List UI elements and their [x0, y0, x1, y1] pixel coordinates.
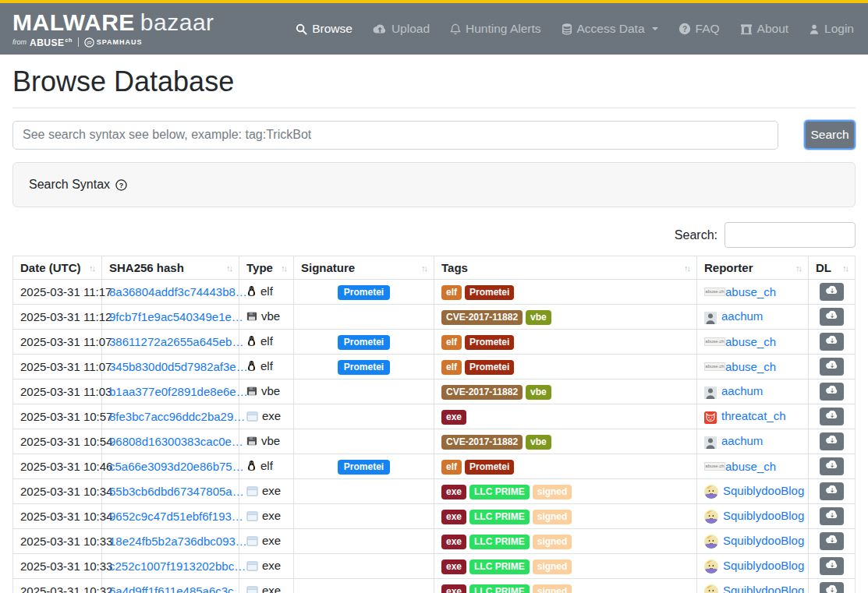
sha256-hash-link[interactable]: b1aa377e0f2891de8e6e… [109, 385, 248, 398]
tag-badge-exe[interactable]: exe [441, 535, 466, 549]
sha256-hash-link[interactable]: 9652c9c47d51ebf6f193… [109, 510, 243, 523]
search-input[interactable] [12, 121, 778, 150]
sort-arrows-icon[interactable]: ↑↓ [792, 263, 801, 273]
column-header-date-utc-[interactable]: Date (UTC)↑↓ [13, 256, 102, 280]
nav-item-about[interactable]: About [740, 22, 789, 36]
tag-badge-llc-prime[interactable]: LLC PRIME [469, 535, 530, 549]
sha256-hash-link[interactable]: 38611272a2655a645eb… [109, 335, 243, 348]
nav-item-hunting-alerts[interactable]: Hunting Alerts [450, 22, 541, 36]
sha256-hash-link[interactable]: 65b3cb6dbd67347805a… [109, 485, 244, 498]
brand-logo[interactable]: MALWAREbazaar from ABUSEch SPAMHAUS [12, 11, 214, 48]
squiblydoo-avatar [704, 559, 718, 574]
column-header-dl[interactable]: DL↑↓ [809, 256, 856, 280]
tag-badge-signed[interactable]: signed [533, 510, 572, 524]
reporter-link[interactable]: threatcat_ch [721, 409, 786, 422]
sort-arrows-icon[interactable]: ↑↓ [839, 263, 848, 273]
download-button[interactable] [820, 408, 844, 425]
tag-badge-llc-prime[interactable]: LLC PRIME [469, 559, 530, 574]
tag-badge-signed[interactable]: signed [533, 535, 572, 549]
signature-badge[interactable]: Prometei [338, 460, 390, 475]
signature-badge[interactable]: Prometei [338, 360, 390, 375]
download-button[interactable] [820, 457, 844, 475]
table-filter-input[interactable] [725, 222, 856, 248]
download-button[interactable] [820, 507, 844, 525]
sha256-hash-link[interactable]: 96808d16300383cac0e… [109, 435, 243, 448]
tag-badge-exe[interactable]: exe [441, 410, 466, 425]
tag-badge-cve-2017-11882[interactable]: CVE-2017-11882 [441, 435, 523, 450]
download-button[interactable] [820, 333, 844, 351]
column-header-reporter[interactable]: Reporter↑↓ [697, 256, 809, 280]
column-header-type[interactable]: Type↑↓ [239, 256, 294, 280]
nav-item-access-data[interactable]: Access Data [562, 22, 658, 36]
nav-item-login[interactable]: Login [809, 22, 854, 36]
tag-badge-exe[interactable]: exe [441, 559, 466, 574]
download-button[interactable] [820, 557, 844, 575]
tag-badge-elf[interactable]: elf [441, 335, 462, 350]
search-syntax-panel[interactable]: Search Syntax ? [12, 162, 856, 207]
tag-badge-elf[interactable]: elf [441, 285, 462, 300]
tag-badge-signed[interactable]: signed [533, 485, 572, 499]
download-button[interactable] [820, 482, 844, 500]
sha256-hash-link[interactable]: 6a4d9ff1f611e485a6c3c… [109, 584, 246, 593]
reporter-link[interactable]: abuse_ch [725, 460, 776, 473]
signature-badge[interactable]: Prometei [338, 285, 390, 300]
sort-arrows-icon[interactable]: ↑↓ [86, 263, 94, 273]
tag-badge-prometei[interactable]: Prometei [465, 360, 514, 375]
sha256-hash-link[interactable]: c252c1007f1913202bbc… [109, 559, 246, 573]
reporter-link[interactable]: aachum [721, 434, 763, 447]
download-button[interactable] [820, 283, 844, 301]
tag-badge-llc-prime[interactable]: LLC PRIME [469, 584, 530, 593]
signature-badge[interactable]: Prometei [338, 335, 390, 350]
tag-badge-prometei[interactable]: Prometei [465, 285, 514, 300]
reporter-link[interactable]: SquiblydooBlog [723, 534, 804, 547]
nav-item-browse[interactable]: Browse [296, 22, 353, 36]
reporter-link[interactable]: abuse_ch [725, 335, 776, 348]
tag-badge-signed[interactable]: signed [533, 559, 572, 574]
reporter-link[interactable]: SquiblydooBlog [723, 484, 804, 497]
sha256-hash-link[interactable]: c5a66e3093d20e86b75… [109, 460, 244, 473]
tag-badge-prometei[interactable]: Prometei [465, 335, 514, 350]
reporter-link[interactable]: SquiblydooBlog [723, 584, 804, 593]
reporter-link[interactable]: abuse_ch [725, 360, 776, 373]
tag-badge-vbe[interactable]: vbe [526, 385, 551, 400]
sha256-hash-link[interactable]: 345b830d0d5d7982af3e… [109, 360, 248, 373]
reporter-link[interactable]: abuse_ch [725, 285, 776, 298]
sort-arrows-icon[interactable]: ↑↓ [278, 263, 286, 273]
sha256-hash-link[interactable]: 18e24fb5b2a736dbc093… [109, 535, 247, 548]
tag-badge-signed[interactable]: signed [533, 584, 572, 593]
sha256-hash-link[interactable]: 8fe3bc7acc96ddc2ba29… [109, 410, 245, 423]
sort-arrows-icon[interactable]: ↑↓ [418, 263, 427, 273]
download-button[interactable] [820, 383, 844, 401]
tag-badge-llc-prime[interactable]: LLC PRIME [469, 510, 530, 524]
sha256-hash-link[interactable]: 9fcb7f1e9ac540349e1e… [109, 310, 243, 323]
download-button[interactable] [820, 358, 844, 376]
tag-badge-elf[interactable]: elf [441, 460, 462, 475]
tag-badge-vbe[interactable]: vbe [526, 435, 551, 450]
tag-badge-prometei[interactable]: Prometei [465, 460, 514, 475]
tag-badge-cve-2017-11882[interactable]: CVE-2017-11882 [441, 310, 523, 325]
column-header-signature[interactable]: Signature↑↓ [294, 256, 434, 280]
tag-badge-exe[interactable]: exe [441, 485, 466, 499]
nav-item-upload[interactable]: Upload [373, 22, 430, 36]
reporter-link[interactable]: SquiblydooBlog [723, 509, 804, 522]
download-button[interactable] [820, 532, 844, 550]
download-button[interactable] [820, 432, 844, 450]
column-header-tags[interactable]: Tags↑↓ [434, 256, 697, 280]
sha256-hash-link[interactable]: 8a36804addf3c74443b8… [109, 285, 247, 298]
tag-badge-cve-2017-11882[interactable]: CVE-2017-11882 [441, 385, 523, 400]
reporter-link[interactable]: aachum [721, 384, 763, 397]
sort-arrows-icon[interactable]: ↑↓ [681, 263, 689, 273]
reporter-link[interactable]: aachum [721, 309, 763, 323]
download-button[interactable] [820, 582, 844, 593]
download-button[interactable] [820, 308, 844, 326]
tag-badge-exe[interactable]: exe [441, 510, 466, 524]
tag-badge-elf[interactable]: elf [441, 360, 462, 375]
nav-item-faq[interactable]: ?FAQ [678, 22, 720, 36]
column-header-sha256-hash[interactable]: SHA256 hash↑↓ [102, 256, 239, 280]
reporter-link[interactable]: SquiblydooBlog [723, 559, 804, 572]
search-button[interactable]: Search [804, 120, 856, 150]
tag-badge-vbe[interactable]: vbe [526, 310, 551, 325]
tag-badge-llc-prime[interactable]: LLC PRIME [469, 485, 530, 499]
sort-arrows-icon[interactable]: ↑↓ [223, 263, 232, 273]
tag-badge-exe[interactable]: exe [441, 584, 466, 593]
